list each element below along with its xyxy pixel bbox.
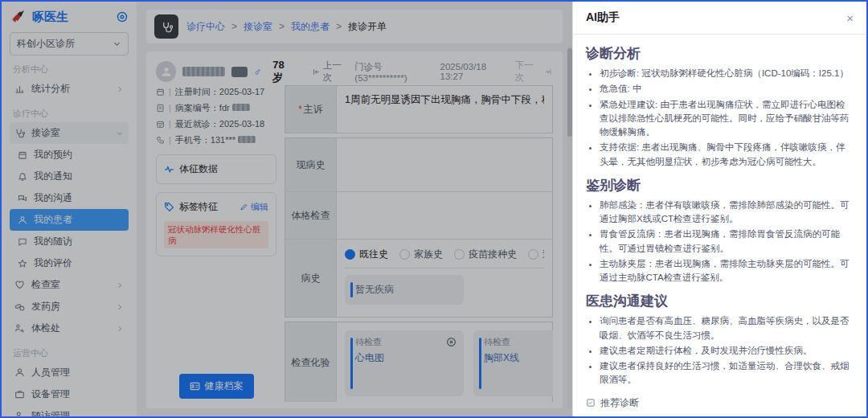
app-window: 啄医生 科创小区诊所 分析中心 统计分析 诊疗中心 接诊室 我的预约: [0, 0, 868, 418]
ai-section-heading: 医患沟通建议: [586, 292, 854, 310]
ai-bullet: 危急值: 中: [600, 82, 854, 96]
checklist-icon: [586, 398, 596, 408]
ai-bullet: 建议患者定期进行体检，及时发现并治疗慢性疾病。: [600, 344, 854, 358]
ai-bullet: 支持依据: 患者出现胸痛、胸骨中下段疼痛，伴咳嗽咳痰，伴头晕，无其他明显症状，初…: [600, 141, 854, 169]
ai-bullet: 胃食管反流病：患者出现胸痛，需排除胃食管反流病的可能性。可通过胃镜检查进行鉴别。: [600, 227, 854, 256]
ai-assistant-panel: AI助手 × 诊断分析 初步诊断: 冠状动脉粥样硬化性心脏病（ICD-10编码：…: [572, 2, 866, 416]
ai-bullet: 初步诊断: 冠状动脉粥样硬化性心脏病（ICD-10编码：I25.1）: [600, 67, 854, 80]
ai-panel-content: 诊断分析 初步诊断: 冠状动脉粥样硬化性心脏病（ICD-10编码：I25.1） …: [573, 35, 866, 416]
ai-section-heading: 鉴别诊断: [586, 176, 854, 195]
ai-bullet: 建议患者保持良好的生活习惯，如适量运动、合理饮食、戒烟限酒等。: [600, 359, 854, 387]
ai-panel-title: AI助手: [586, 10, 620, 25]
ai-differential-list: 肺部感染：患者伴有咳嗽咳痰，需排除肺部感染的可能性。可通过胸部X线或CT检查进行…: [586, 199, 854, 285]
ai-section-heading: 诊断分析: [586, 44, 854, 63]
ai-diagnosis-analysis-list: 初步诊断: 冠状动脉粥样硬化性心脏病（ICD-10编码：I25.1） 危急值: …: [586, 67, 854, 169]
close-panel-icon[interactable]: ×: [846, 12, 854, 24]
ai-bullet: 主动脉夹层：患者出现胸痛，需排除主动脉夹层的可能性。可通过主动脉CTA检查进行鉴…: [600, 257, 854, 285]
ai-bullet: 紧急处理建议: 由于患者出现胸痛症状，需立即进行心电图检查以排除急性心肌梗死的可…: [600, 98, 854, 140]
recommended-diagnosis-header: 推荐诊断: [586, 396, 854, 410]
ai-bullet: 肺部感染：患者伴有咳嗽咳痰，需排除肺部感染的可能性。可通过胸部X线或CT检查进行…: [600, 199, 854, 227]
ai-bullet: 询问患者是否有高血压、糖尿病、高血脂等疾病史，以及是否吸烟、饮酒等不良生活习惯。: [600, 314, 854, 342]
drawer-overlay-mask[interactable]: [2, 2, 574, 416]
ai-communication-list: 询问患者是否有高血压、糖尿病、高血脂等疾病史，以及是否吸烟、饮酒等不良生活习惯。…: [586, 314, 854, 387]
